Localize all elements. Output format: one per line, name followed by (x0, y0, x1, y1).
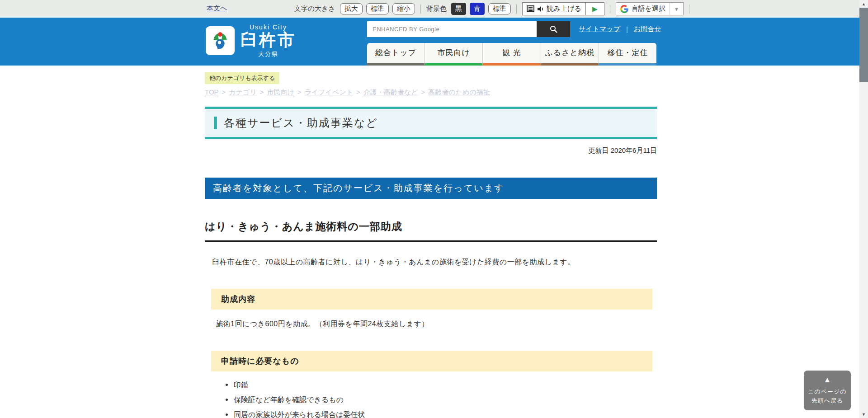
subsection-heading-requirements: 申請時に必要なもの (211, 351, 652, 371)
chevron-down-icon: ▼ (674, 6, 679, 12)
lead-banner: 高齢者を対象として、下記のサービス・助成事業を行っています (205, 178, 657, 199)
section-title: はり・きゅう・あんま施術料の一部助成 (205, 220, 657, 242)
text-size-label: 文字の大きさ (294, 5, 335, 13)
back-to-top-label: このページの 先頭へ戻る (804, 387, 851, 405)
usuki-city-emblem-icon (206, 26, 235, 55)
list-item: 印鑑 (226, 380, 657, 390)
subsection-heading-subsidy: 助成内容 (211, 289, 652, 310)
contact-link[interactable]: お問合せ (634, 25, 661, 33)
bg-black-button[interactable]: 黒 (451, 3, 466, 15)
list-item: 同居の家族以外が来られる場合は委任状 (226, 410, 657, 418)
show-other-categories-button[interactable]: 他のカテゴリも表示する (205, 72, 279, 84)
google-logo-icon (620, 5, 628, 13)
sitemap-link[interactable]: サイトマップ (579, 25, 620, 33)
breadcrumb-link-life-events[interactable]: ライフイベント (305, 88, 353, 96)
play-button[interactable]: ▶ (586, 3, 604, 15)
usuki-city-logo[interactable]: Usuki City 臼杵市 大分県 (206, 23, 296, 58)
back-to-top-button[interactable]: ▲ このページの 先頭へ戻る (804, 371, 851, 410)
nav-tab-relocation[interactable]: 移住・定住 (599, 43, 656, 66)
vertical-scrollbar[interactable]: ▲ ▼ (859, 0, 868, 418)
toolbar-divider (610, 5, 610, 14)
site-header: Usuki City 臼杵市 大分県 サイトマップ | お問合せ 総合トップ 市… (0, 18, 859, 66)
site-search (367, 21, 570, 37)
language-select[interactable]: 言語を選択 ▼ (616, 2, 684, 15)
header-utility-links: サイトマップ | お問合せ (579, 25, 661, 33)
breadcrumb-link-elderly-welfare[interactable]: 高齢者のための福祉 (428, 88, 490, 96)
breadcrumb-link-category[interactable]: カテゴリ (229, 88, 256, 96)
accessibility-toolbar: 本文へ 文字の大きさ 拡大 標準 縮小 背景色 黒 青 標準 読み上げる (0, 0, 859, 18)
text-size-smaller-button[interactable]: 縮小 (392, 3, 415, 14)
speaker-icon (537, 5, 544, 13)
read-aloud-label: 読み上げる (547, 5, 581, 13)
list-item: 保険証など年齢を確認できるもの (226, 395, 657, 405)
language-dropdown[interactable]: ▼ (670, 3, 683, 15)
updated-date: 更新日 2020年6月11日 (205, 146, 657, 155)
accessibility-tools: 文字の大きさ 拡大 標準 縮小 背景色 黒 青 標準 読み上げる ▶ (294, 0, 691, 18)
bg-blue-button[interactable]: 青 (470, 3, 485, 15)
nav-tab-top[interactable]: 総合トップ (367, 43, 425, 66)
page-title-block: 各種サービス・助成事業など (205, 107, 657, 139)
toolbar-divider (516, 5, 517, 14)
scroll-up-arrow-icon[interactable]: ▲ (859, 0, 868, 8)
text-lines-icon (527, 5, 534, 12)
prefecture-name: 大分県 (241, 50, 296, 58)
breadcrumb-separator: > (260, 88, 264, 96)
arrow-up-icon: ▲ (804, 376, 851, 384)
scroll-down-arrow-icon[interactable]: ▼ (859, 410, 868, 418)
intro-paragraph: 臼杵市在住で、70歳以上の高齢者に対し、はり・きゅう・あんまの施術を受けた経費の… (205, 258, 657, 267)
city-name-en: Usuki City (241, 23, 296, 31)
breadcrumb-separator: > (222, 88, 226, 96)
city-name-jp: 臼杵市 (241, 31, 296, 50)
text-size-standard-button[interactable]: 標準 (366, 3, 389, 14)
nav-tab-residents[interactable]: 市民向け (425, 43, 482, 66)
read-aloud-button[interactable]: 読み上げる (523, 3, 585, 15)
main-content: 他のカテゴリも表示する TOP>カテゴリ>市民向け>ライフイベント>介護・高齢者… (205, 66, 657, 418)
breadcrumb-separator: > (297, 88, 302, 96)
search-icon (550, 25, 557, 33)
nav-tab-tourism[interactable]: 観 光 (482, 43, 540, 66)
skip-to-content-link[interactable]: 本文へ (207, 4, 227, 13)
play-icon: ▶ (592, 5, 598, 12)
toolbar-divider (689, 5, 689, 14)
page-title: 各種サービス・助成事業など (224, 116, 378, 130)
scrollbar-thumb[interactable] (859, 8, 868, 82)
language-select-label: 言語を選択 (632, 5, 670, 13)
text-size-larger-button[interactable]: 拡大 (340, 3, 363, 14)
breadcrumb-link-residents[interactable]: 市民向け (267, 88, 294, 96)
read-aloud-widget: 読み上げる ▶ (522, 2, 604, 15)
breadcrumb-separator: > (421, 88, 425, 96)
page: 本文へ 文字の大きさ 拡大 標準 縮小 背景色 黒 青 標準 読み上げる (0, 0, 868, 418)
requirements-list: 印鑑 保険証など年齢を確認できるもの 同居の家族以外が来られる場合は委任状 (226, 380, 657, 418)
breadcrumb-link-care-elderly[interactable]: 介護・高齢者など (363, 88, 418, 96)
links-divider: | (626, 25, 628, 33)
breadcrumb: TOP>カテゴリ>市民向け>ライフイベント>介護・高齢者など>高齢者のための福祉 (205, 88, 657, 97)
title-accent-bar (214, 117, 217, 129)
subsidy-detail-text: 施術1回につき600円を助成。（利用券を年間24枚支給します） (216, 319, 657, 329)
main-navigation: 総合トップ 市民向け 観 光 ふるさと納税 移住・定住 (367, 43, 656, 66)
search-button[interactable] (537, 21, 570, 37)
bg-standard-button[interactable]: 標準 (488, 3, 511, 14)
bg-color-label: 背景色 (426, 5, 447, 13)
breadcrumb-separator: > (356, 88, 360, 96)
toolbar-divider (420, 5, 421, 14)
search-input[interactable] (367, 21, 537, 37)
breadcrumb-link-top[interactable]: TOP (205, 88, 219, 96)
nav-tab-furusato-tax[interactable]: ふるさと納税 (541, 43, 599, 66)
logo-text: Usuki City 臼杵市 大分県 (241, 23, 296, 58)
